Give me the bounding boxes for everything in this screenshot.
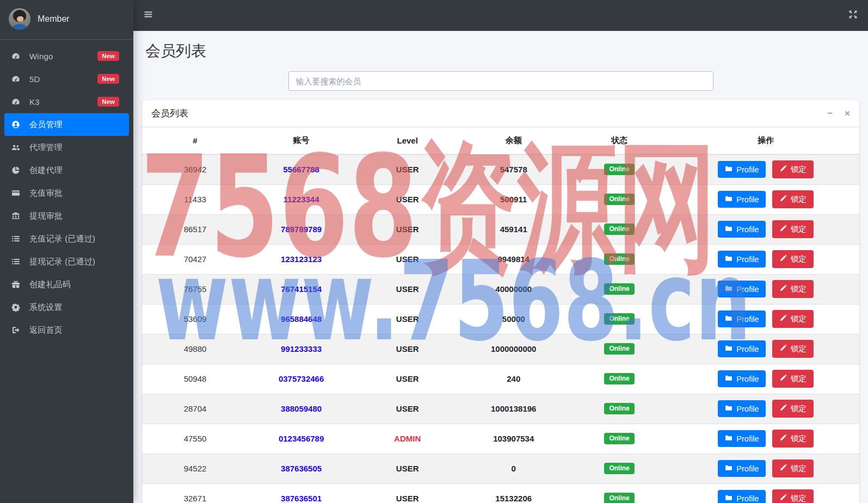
expand-icon — [848, 10, 858, 21]
profile-button[interactable]: Profile — [718, 460, 766, 477]
folder-icon — [725, 254, 732, 264]
member-account-link[interactable]: 388059480 — [281, 404, 322, 413]
profile-button[interactable]: Profile — [718, 340, 766, 357]
sidebar-item-label: 会员管理 — [29, 120, 124, 130]
sidebar-item-label: 创建代理 — [29, 165, 124, 176]
profile-button[interactable]: Profile — [718, 430, 766, 447]
top-navbar — [133, 0, 868, 31]
fullscreen-button[interactable] — [848, 10, 858, 21]
lock-button[interactable]: 锁定 — [772, 250, 814, 268]
table-row: 53609 965884648 USER 50000 Online Profil… — [142, 304, 859, 334]
profile-button[interactable]: Profile — [718, 400, 766, 417]
sidebar-item-label: 充值审批 — [29, 188, 124, 198]
member-level: USER — [354, 304, 460, 334]
lock-button[interactable]: 锁定 — [772, 459, 814, 477]
lock-button[interactable]: 锁定 — [772, 280, 814, 298]
table-row: 28704 388059480 USER 1000138196 Online P… — [142, 394, 859, 424]
member-table-head: #账号Level余额状态操作 — [142, 127, 859, 154]
sidebar-item-wingo[interactable]: Wingo New — [4, 45, 129, 67]
bank-icon — [10, 212, 21, 220]
lock-button[interactable]: 锁定 — [772, 400, 814, 418]
sidebar-item-recharge-approval[interactable]: 充值审批 — [4, 182, 129, 204]
lock-button[interactable]: 锁定 — [772, 340, 814, 358]
status-badge: Online — [604, 313, 634, 325]
table-row: 47550 0123456789 ADMIN 103907534 Online … — [142, 424, 859, 454]
column-header-4: 状态 — [567, 127, 672, 154]
status-badge: Online — [604, 164, 634, 175]
member-level: USER — [354, 483, 460, 503]
sidebar: Member Wingo New 5D New K3 New 会员管理 代理管理… — [0, 0, 133, 503]
sidebar-toggle-button[interactable] — [144, 10, 153, 21]
card-header: 会员列表 − × — [142, 100, 859, 127]
column-header-0: # — [142, 127, 248, 154]
lock-button[interactable]: 锁定 — [772, 220, 814, 238]
user-circle-icon — [10, 120, 21, 129]
member-balance: 103907534 — [460, 424, 567, 454]
sidebar-item-label: K3 — [29, 97, 97, 107]
table-row: 50948 0375732466 USER 240 Online Profile… — [142, 364, 859, 394]
member-account-link[interactable]: 789789789 — [281, 225, 322, 234]
sidebar-item-back-home[interactable]: 返回首页 — [4, 319, 129, 341]
sidebar-item-system-settings[interactable]: 系统设置 — [4, 296, 129, 319]
pencil-icon — [779, 195, 787, 204]
user-avatar[interactable] — [9, 8, 30, 30]
sidebar-item-label: Wingo — [29, 52, 97, 61]
profile-button[interactable]: Profile — [718, 311, 766, 327]
profile-button[interactable]: Profile — [718, 490, 766, 503]
member-account-link[interactable]: 0375732466 — [279, 374, 324, 383]
member-account-link[interactable]: 991233333 — [281, 344, 322, 353]
users-icon — [10, 143, 21, 152]
member-id: 53609 — [142, 304, 248, 334]
close-button[interactable]: × — [845, 109, 850, 118]
table-row: 11433 11223344 USER 500911 Online Profil… — [142, 184, 859, 214]
sidebar-item-label: 充值记录 (已通过) — [29, 234, 124, 244]
sidebar-item-create-giftcode[interactable]: 创建礼品码 — [4, 273, 129, 296]
sidebar-item-member-management[interactable]: 会员管理 — [4, 113, 129, 136]
minimize-button[interactable]: − — [827, 109, 833, 118]
member-table: #账号Level余额状态操作 36942 55667788 USER 54757… — [142, 127, 859, 503]
member-account-link[interactable]: 387636505 — [281, 464, 322, 473]
member-account-link[interactable]: 0123456789 — [279, 434, 324, 443]
search-input[interactable] — [288, 71, 713, 91]
member-account-link[interactable]: 55667788 — [283, 165, 319, 174]
folder-icon — [725, 434, 732, 443]
member-account-link[interactable]: 965884648 — [281, 314, 322, 324]
member-level: USER — [354, 214, 460, 244]
lock-button[interactable]: 锁定 — [772, 370, 814, 388]
lock-button[interactable]: 锁定 — [772, 160, 814, 178]
sidebar-item-label: 创建礼品码 — [29, 280, 124, 290]
sidebar-item-k3[interactable]: K3 New — [4, 90, 129, 113]
lock-button[interactable]: 锁定 — [772, 430, 814, 448]
member-balance: 0 — [460, 454, 567, 483]
member-id: 70427 — [142, 244, 248, 274]
member-id: 32671 — [142, 483, 248, 503]
member-account-link[interactable]: 767415154 — [281, 284, 322, 294]
member-account-link[interactable]: 387636501 — [281, 494, 322, 503]
member-account-link[interactable]: 123123123 — [281, 254, 322, 264]
member-account-link[interactable]: 11223344 — [284, 195, 319, 204]
member-id: 94522 — [142, 454, 248, 483]
pencil-icon — [779, 374, 787, 383]
member-balance: 15132206 — [460, 483, 567, 503]
sidebar-item-withdraw-approval[interactable]: 提现审批 — [4, 204, 129, 227]
profile-button[interactable]: Profile — [718, 251, 766, 268]
member-balance: 1000138196 — [460, 394, 567, 424]
list-icon — [10, 257, 21, 266]
sidebar-item-create-agent[interactable]: 创建代理 — [4, 159, 129, 182]
sidebar-item-recharge-records[interactable]: 充值记录 (已通过) — [4, 227, 129, 250]
lock-button[interactable]: 锁定 — [772, 190, 814, 208]
status-badge: Online — [604, 403, 634, 414]
profile-button[interactable]: Profile — [718, 221, 766, 238]
sidebar-item-5d[interactable]: 5D New — [4, 67, 129, 90]
profile-button[interactable]: Profile — [718, 370, 766, 387]
lock-button[interactable]: 锁定 — [772, 310, 814, 328]
lock-button[interactable]: 锁定 — [772, 489, 814, 503]
member-balance: 40000000 — [460, 274, 567, 304]
profile-button[interactable]: Profile — [718, 191, 766, 208]
profile-button[interactable]: Profile — [718, 281, 766, 297]
folder-icon — [725, 494, 732, 503]
member-id: 49880 — [142, 334, 248, 364]
profile-button[interactable]: Profile — [718, 161, 766, 178]
sidebar-item-agent-management[interactable]: 代理管理 — [4, 136, 129, 159]
sidebar-item-withdraw-records[interactable]: 提现记录 (已通过) — [4, 250, 129, 273]
